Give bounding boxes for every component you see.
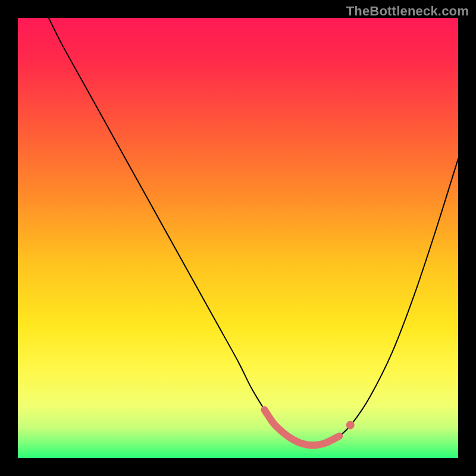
chart-frame: TheBottleneck.com — [0, 0, 476, 476]
watermark-text: TheBottleneck.com — [346, 4, 469, 19]
svg-point-1 — [346, 421, 355, 430]
bottleneck-curve — [18, 18, 458, 458]
plot-area — [18, 18, 458, 458]
